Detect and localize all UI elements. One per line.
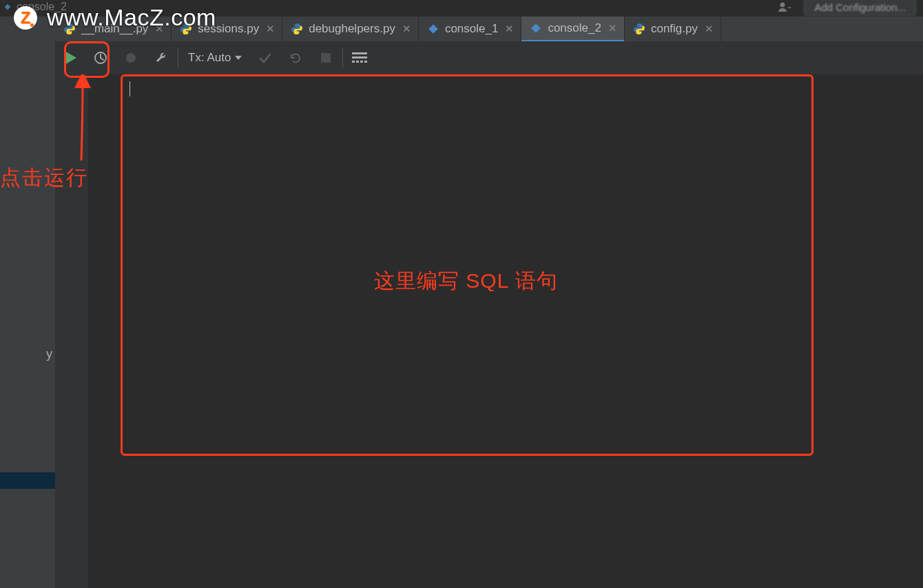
svg-rect-4 bbox=[352, 52, 367, 54]
tab-sessions-py[interactable]: sessions.py ✕ bbox=[172, 17, 282, 41]
python-icon bbox=[180, 23, 192, 35]
rows-icon bbox=[352, 51, 367, 65]
tab-config-py[interactable]: config.py ✕ bbox=[625, 17, 721, 41]
toolbar-separator bbox=[178, 48, 178, 67]
user-icon[interactable] bbox=[778, 1, 791, 12]
database-icon bbox=[3, 2, 12, 12]
close-icon[interactable]: ✕ bbox=[607, 22, 619, 34]
title-bar: console_2 bbox=[0, 0, 67, 14]
sidebar-truncated-text: y bbox=[46, 347, 52, 361]
chevron-down-icon bbox=[235, 56, 242, 60]
svg-point-2 bbox=[126, 53, 136, 63]
commit-button[interactable] bbox=[250, 41, 280, 74]
run-button[interactable] bbox=[55, 41, 85, 74]
sql-toolbar: Tx: Auto bbox=[55, 41, 923, 75]
add-configuration-button[interactable]: Add Configuration... bbox=[804, 0, 916, 16]
clock-icon bbox=[93, 50, 108, 65]
close-icon[interactable]: ✕ bbox=[504, 23, 515, 35]
editor-tab-bar: __main__.py ✕ sessions.py ✕ debughelpers… bbox=[55, 17, 923, 42]
output-layout-button[interactable] bbox=[344, 41, 375, 74]
circle-icon bbox=[124, 51, 138, 65]
sql-editor[interactable] bbox=[88, 74, 923, 588]
database-icon bbox=[427, 23, 439, 35]
tab-label: console_2 bbox=[548, 21, 601, 35]
rollback-icon bbox=[288, 50, 303, 65]
text-cursor bbox=[129, 81, 130, 96]
line-number-gutter: 1 bbox=[55, 74, 89, 588]
line-number: 1 bbox=[55, 74, 88, 90]
project-sidebar[interactable]: y bbox=[0, 17, 56, 588]
tab-main-py[interactable]: __main__.py ✕ bbox=[55, 17, 172, 41]
svg-rect-7 bbox=[356, 61, 359, 63]
history-button[interactable] bbox=[85, 41, 116, 74]
wrench-icon bbox=[154, 50, 169, 65]
settings-button[interactable] bbox=[146, 41, 176, 74]
close-icon[interactable]: ✕ bbox=[154, 23, 165, 35]
svg-point-0 bbox=[780, 3, 785, 8]
tx-label: Tx: Auto bbox=[188, 51, 231, 65]
svg-rect-5 bbox=[352, 56, 367, 59]
explain-button[interactable] bbox=[116, 41, 146, 74]
close-icon[interactable]: ✕ bbox=[703, 23, 715, 35]
svg-rect-8 bbox=[360, 61, 363, 63]
stop-button[interactable] bbox=[311, 41, 341, 74]
python-icon bbox=[291, 23, 303, 35]
rollback-button[interactable] bbox=[280, 41, 311, 74]
database-icon bbox=[530, 22, 542, 34]
svg-rect-3 bbox=[321, 53, 331, 63]
close-icon[interactable]: ✕ bbox=[401, 23, 413, 35]
top-right-controls: Add Configuration... bbox=[778, 0, 923, 14]
tab-label: config.py bbox=[651, 22, 698, 36]
tx-mode-dropdown[interactable]: Tx: Auto bbox=[180, 51, 250, 65]
check-icon bbox=[258, 50, 273, 65]
python-icon bbox=[63, 23, 76, 35]
play-icon bbox=[65, 51, 76, 65]
title-text: console_2 bbox=[17, 1, 67, 13]
sidebar-selected-item[interactable] bbox=[0, 472, 55, 489]
stop-icon bbox=[320, 52, 332, 64]
close-icon[interactable]: ✕ bbox=[265, 23, 276, 35]
svg-rect-9 bbox=[364, 61, 367, 63]
toolbar-separator bbox=[342, 48, 343, 67]
tab-label: console_1 bbox=[445, 22, 499, 36]
tab-label: sessions.py bbox=[198, 22, 259, 36]
python-icon bbox=[633, 23, 645, 35]
tab-label: debughelpers.py bbox=[309, 22, 395, 36]
tab-console-1[interactable]: console_1 ✕ bbox=[419, 17, 522, 41]
tab-debughelpers-py[interactable]: debughelpers.py ✕ bbox=[282, 17, 419, 41]
tab-label: __main__.py bbox=[81, 22, 148, 36]
tab-console-2[interactable]: console_2 ✕ bbox=[521, 17, 625, 42]
svg-rect-6 bbox=[352, 61, 355, 63]
